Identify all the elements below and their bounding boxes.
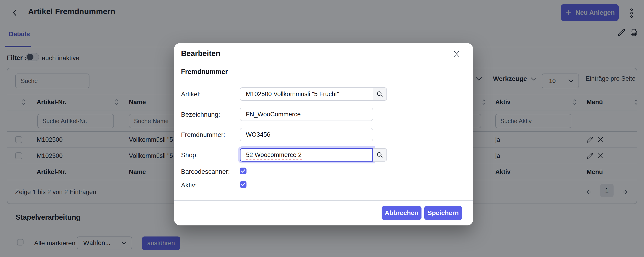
bezeichnung-input[interactable] <box>240 108 373 121</box>
edit-dialog: Bearbeiten Fremdnummer Artikel: Bezeichn… <box>174 43 473 226</box>
bezeichnung-label: Bezeichnung: <box>181 111 220 118</box>
dialog-title: Bearbeiten <box>181 49 220 58</box>
dialog-subtitle: Fremdnummer <box>181 68 228 76</box>
aktiv-checkbox[interactable] <box>240 181 246 188</box>
save-button[interactable]: Speichern <box>424 206 462 220</box>
check-icon <box>241 169 245 173</box>
check-icon <box>241 183 245 186</box>
artikel-search-button[interactable] <box>372 87 387 101</box>
artikel-input[interactable] <box>240 87 373 101</box>
aktiv-label: Aktiv: <box>181 182 197 189</box>
artikel-label: Artikel: <box>181 90 201 98</box>
cancel-button[interactable]: Abbrechen <box>382 206 422 220</box>
barcodescanner-checkbox[interactable] <box>240 168 246 174</box>
barcodescanner-label: Barcodescanner: <box>181 168 230 176</box>
fremdnummer-label: Fremdnummer: <box>181 131 225 138</box>
close-icon[interactable] <box>452 50 461 58</box>
search-icon <box>376 151 384 158</box>
dialog-footer-divider <box>174 200 473 201</box>
shop-label: Shop: <box>181 152 198 159</box>
shop-search-button[interactable] <box>372 148 387 162</box>
shop-input[interactable]: 52 Woocommerce 2 <box>240 148 373 162</box>
fremdnummer-input[interactable] <box>240 128 373 141</box>
search-icon <box>376 90 384 98</box>
shop-input-value: 52 Woocommerce 2 <box>246 152 302 158</box>
